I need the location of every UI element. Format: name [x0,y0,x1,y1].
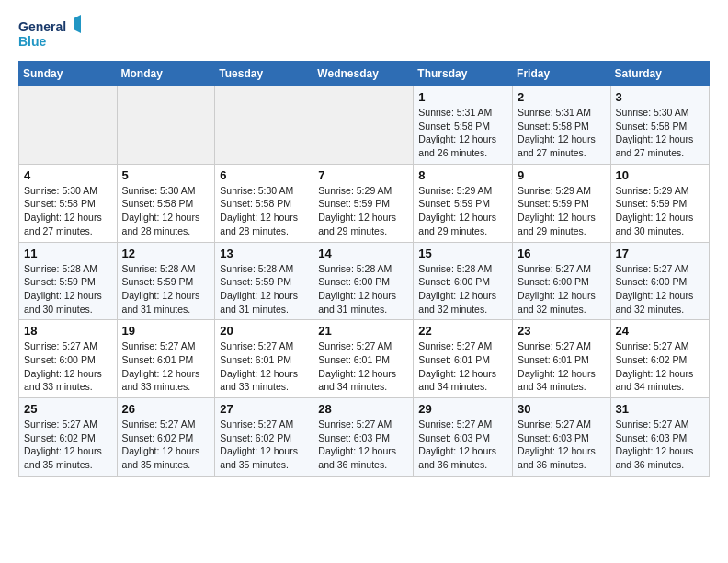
cell-day-number: 31 [616,402,704,416]
calendar-header-row: SundayMondayTuesdayWednesdayThursdayFrid… [19,62,710,86]
cell-info-text: Sunrise: 5:30 AM Sunset: 5:58 PM Dayligh… [616,106,704,160]
cell-info-text: Sunrise: 5:27 AM Sunset: 6:02 PM Dayligh… [616,339,704,394]
cell-day-number: 23 [518,324,606,338]
cell-info-text: Sunrise: 5:27 AM Sunset: 6:01 PM Dayligh… [122,339,210,394]
cell-info-text: Sunrise: 5:27 AM Sunset: 6:02 PM Dayligh… [220,418,308,472]
calendar-cell: 31Sunrise: 5:27 AM Sunset: 6:03 PM Dayli… [610,398,709,477]
cell-day-number: 6 [220,168,308,182]
calendar-cell: 6Sunrise: 5:30 AM Sunset: 5:58 PM Daylig… [215,164,313,242]
cell-info-text: Sunrise: 5:30 AM Sunset: 5:58 PM Dayligh… [122,184,210,238]
calendar-week-row: 11Sunrise: 5:28 AM Sunset: 5:59 PM Dayli… [19,242,710,320]
calendar-cell [117,86,215,165]
cell-day-number: 12 [122,247,210,260]
cell-day-number: 4 [24,168,112,182]
page: General Blue SundayMondayTuesdayWednesda… [0,0,728,491]
cell-day-number: 8 [418,168,507,182]
cell-info-text: Sunrise: 5:29 AM Sunset: 5:59 PM Dayligh… [518,184,606,238]
cell-info-text: Sunrise: 5:28 AM Sunset: 6:00 PM Dayligh… [418,262,507,316]
calendar-cell: 30Sunrise: 5:27 AM Sunset: 6:03 PM Dayli… [513,398,611,477]
calendar-table: SundayMondayTuesdayWednesdayThursdayFrid… [18,61,710,477]
cell-day-number: 10 [616,168,704,182]
calendar-weekday-header: Monday [117,62,215,86]
svg-text:General: General [18,19,66,34]
cell-info-text: Sunrise: 5:27 AM Sunset: 6:03 PM Dayligh… [518,418,606,472]
calendar-cell: 23Sunrise: 5:27 AM Sunset: 6:01 PM Dayli… [513,320,611,398]
cell-day-number: 22 [418,324,507,338]
cell-info-text: Sunrise: 5:30 AM Sunset: 5:58 PM Dayligh… [220,184,308,238]
cell-info-text: Sunrise: 5:27 AM Sunset: 6:00 PM Dayligh… [616,262,704,316]
calendar-weekday-header: Sunday [19,62,118,86]
calendar-weekday-header: Saturday [610,62,709,86]
cell-day-number: 16 [518,247,606,260]
calendar-week-row: 4Sunrise: 5:30 AM Sunset: 5:58 PM Daylig… [19,164,710,242]
calendar-cell: 15Sunrise: 5:28 AM Sunset: 6:00 PM Dayli… [414,242,513,320]
cell-day-number: 18 [24,324,112,338]
cell-info-text: Sunrise: 5:27 AM Sunset: 6:03 PM Dayligh… [616,418,704,472]
calendar-cell [313,86,414,165]
calendar-cell: 17Sunrise: 5:27 AM Sunset: 6:00 PM Dayli… [610,242,709,320]
calendar-cell: 10Sunrise: 5:29 AM Sunset: 5:59 PM Dayli… [610,164,709,242]
cell-info-text: Sunrise: 5:31 AM Sunset: 5:58 PM Dayligh… [518,106,606,160]
cell-day-number: 11 [24,247,112,260]
cell-info-text: Sunrise: 5:29 AM Sunset: 5:59 PM Dayligh… [616,184,704,238]
calendar-week-row: 25Sunrise: 5:27 AM Sunset: 6:02 PM Dayli… [19,398,710,477]
calendar-cell: 28Sunrise: 5:27 AM Sunset: 6:03 PM Dayli… [313,398,414,477]
calendar-cell: 13Sunrise: 5:28 AM Sunset: 5:59 PM Dayli… [215,242,313,320]
calendar-cell: 25Sunrise: 5:27 AM Sunset: 6:02 PM Dayli… [19,398,118,477]
calendar-weekday-header: Tuesday [215,62,313,86]
calendar-cell: 2Sunrise: 5:31 AM Sunset: 5:58 PM Daylig… [513,86,611,165]
cell-day-number: 26 [122,402,210,416]
cell-day-number: 15 [418,247,507,260]
cell-info-text: Sunrise: 5:27 AM Sunset: 6:03 PM Dayligh… [318,418,408,472]
calendar-cell: 11Sunrise: 5:28 AM Sunset: 5:59 PM Dayli… [19,242,118,320]
calendar-week-row: 1Sunrise: 5:31 AM Sunset: 5:58 PM Daylig… [19,86,710,165]
calendar-cell: 9Sunrise: 5:29 AM Sunset: 5:59 PM Daylig… [513,164,611,242]
cell-info-text: Sunrise: 5:29 AM Sunset: 5:59 PM Dayligh… [318,184,408,238]
cell-info-text: Sunrise: 5:27 AM Sunset: 6:00 PM Dayligh… [24,339,112,394]
cell-info-text: Sunrise: 5:28 AM Sunset: 5:59 PM Dayligh… [24,262,112,316]
cell-day-number: 13 [220,247,308,260]
cell-day-number: 29 [418,402,507,416]
calendar-cell: 12Sunrise: 5:28 AM Sunset: 5:59 PM Dayli… [117,242,215,320]
calendar-weekday-header: Wednesday [313,62,414,86]
calendar-weekday-header: Thursday [414,62,513,86]
calendar-cell: 1Sunrise: 5:31 AM Sunset: 5:58 PM Daylig… [414,86,513,165]
cell-day-number: 21 [318,324,408,338]
calendar-cell: 27Sunrise: 5:27 AM Sunset: 6:02 PM Dayli… [215,398,313,477]
calendar-cell: 26Sunrise: 5:27 AM Sunset: 6:02 PM Dayli… [117,398,215,477]
calendar-cell: 4Sunrise: 5:30 AM Sunset: 5:58 PM Daylig… [19,164,118,242]
cell-day-number: 17 [616,247,704,260]
calendar-cell: 3Sunrise: 5:30 AM Sunset: 5:58 PM Daylig… [610,86,709,165]
calendar-cell: 22Sunrise: 5:27 AM Sunset: 6:01 PM Dayli… [414,320,513,398]
calendar-cell: 19Sunrise: 5:27 AM Sunset: 6:01 PM Dayli… [117,320,215,398]
cell-info-text: Sunrise: 5:27 AM Sunset: 6:01 PM Dayligh… [220,339,308,394]
svg-marker-2 [74,15,81,33]
calendar-cell: 24Sunrise: 5:27 AM Sunset: 6:02 PM Dayli… [610,320,709,398]
header: General Blue [18,15,710,52]
cell-day-number: 2 [518,90,606,104]
cell-day-number: 5 [122,168,210,182]
cell-day-number: 1 [418,90,507,104]
cell-day-number: 19 [122,324,210,338]
calendar-cell [19,86,118,165]
calendar-cell: 8Sunrise: 5:29 AM Sunset: 5:59 PM Daylig… [414,164,513,242]
cell-info-text: Sunrise: 5:27 AM Sunset: 6:02 PM Dayligh… [24,418,112,472]
cell-info-text: Sunrise: 5:28 AM Sunset: 6:00 PM Dayligh… [318,262,408,316]
calendar-cell: 20Sunrise: 5:27 AM Sunset: 6:01 PM Dayli… [215,320,313,398]
cell-day-number: 7 [318,168,408,182]
calendar-cell [215,86,313,165]
cell-info-text: Sunrise: 5:31 AM Sunset: 5:58 PM Dayligh… [418,106,507,160]
cell-info-text: Sunrise: 5:27 AM Sunset: 6:01 PM Dayligh… [418,339,507,394]
calendar-cell: 18Sunrise: 5:27 AM Sunset: 6:00 PM Dayli… [19,320,118,398]
calendar-cell: 14Sunrise: 5:28 AM Sunset: 6:00 PM Dayli… [313,242,414,320]
calendar-cell: 7Sunrise: 5:29 AM Sunset: 5:59 PM Daylig… [313,164,414,242]
cell-day-number: 24 [616,324,704,338]
cell-day-number: 14 [318,247,408,260]
cell-day-number: 3 [616,90,704,104]
cell-day-number: 25 [24,402,112,416]
cell-day-number: 9 [518,168,606,182]
cell-info-text: Sunrise: 5:29 AM Sunset: 5:59 PM Dayligh… [418,184,507,238]
calendar-weekday-header: Friday [513,62,611,86]
cell-info-text: Sunrise: 5:27 AM Sunset: 6:00 PM Dayligh… [518,262,606,316]
cell-info-text: Sunrise: 5:28 AM Sunset: 5:59 PM Dayligh… [122,262,210,316]
